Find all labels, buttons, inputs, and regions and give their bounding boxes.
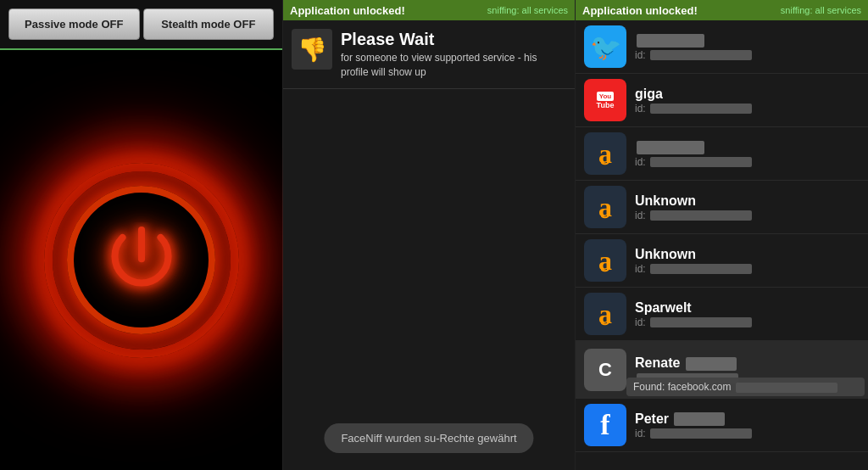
right-sniffing-label: sniffing: all services bbox=[781, 5, 861, 15]
service-info: Peter id: bbox=[635, 411, 860, 439]
right-unlocked-label: Application unlocked! bbox=[582, 4, 698, 17]
middle-panel-header: Application unlocked! sniffing: all serv… bbox=[283, 0, 575, 20]
list-item[interactable]: f Peter id: bbox=[576, 399, 868, 452]
wait-body: for someone to view supported service - … bbox=[341, 51, 566, 80]
list-item[interactable]: 🐦 id: bbox=[576, 20, 868, 74]
renate-icon: C bbox=[584, 349, 626, 391]
service-info: Renate Found: facebook.com bbox=[635, 355, 860, 383]
list-item[interactable]: You Tube giga id: bbox=[576, 74, 868, 127]
found-overlay: Found: facebook.com bbox=[635, 378, 860, 383]
list-item[interactable]: a ⌣ Unknown id: bbox=[576, 234, 868, 288]
left-panel: Passive mode OFF Stealth mode OFF bbox=[0, 0, 283, 470]
wait-title: Please Wait bbox=[341, 29, 566, 49]
facebook-icon: f bbox=[584, 404, 626, 446]
wait-text: Please Wait for someone to view supporte… bbox=[341, 29, 566, 80]
power-glow bbox=[40, 159, 243, 362]
amazon-icon: a ⌣ bbox=[584, 239, 626, 282]
right-panel-header: Application unlocked! sniffing: all serv… bbox=[576, 0, 868, 20]
amazon-icon: a ⌣ bbox=[584, 293, 626, 335]
twitter-icon: 🐦 bbox=[584, 25, 626, 68]
middle-unlocked-label: Application unlocked! bbox=[290, 4, 405, 17]
list-item[interactable]: a ⌣ id: bbox=[576, 127, 868, 181]
power-area bbox=[0, 50, 282, 470]
top-buttons: Passive mode OFF Stealth mode OFF bbox=[0, 0, 282, 50]
service-info: giga id: bbox=[635, 87, 860, 115]
youtube-icon: You Tube bbox=[584, 79, 626, 121]
service-list: 🐦 id: You Tube giga id: bbox=[576, 20, 868, 470]
toast-message: FaceNiff wurden su-Rechte gewährt bbox=[324, 423, 533, 453]
service-info: id: bbox=[635, 33, 860, 61]
service-info: id: bbox=[635, 140, 860, 168]
wait-section: 👎 Please Wait for someone to view suppor… bbox=[283, 20, 575, 89]
power-icon[interactable] bbox=[103, 222, 180, 299]
thumbs-down-icon: 👎 bbox=[292, 29, 332, 70]
right-panel: Application unlocked! sniffing: all serv… bbox=[576, 0, 868, 470]
amazon-icon: a ⌣ bbox=[584, 186, 626, 228]
stealth-mode-button[interactable]: Stealth mode OFF bbox=[143, 8, 275, 40]
list-item[interactable]: a ⌣ Unknown id: bbox=[576, 181, 868, 234]
list-item[interactable]: a ⌣ Sparwelt id: bbox=[576, 288, 868, 341]
middle-panel: Application unlocked! sniffing: all serv… bbox=[283, 0, 576, 470]
middle-content bbox=[283, 89, 575, 470]
service-info: Unknown id: bbox=[635, 247, 860, 275]
amazon-icon: a ⌣ bbox=[584, 132, 626, 175]
middle-sniffing-label: sniffing: all services bbox=[487, 5, 568, 15]
list-item[interactable]: C Renate Found: facebook.com bbox=[576, 341, 868, 399]
passive-mode-button[interactable]: Passive mode OFF bbox=[8, 8, 140, 40]
service-info: Sparwelt id: bbox=[635, 300, 860, 328]
service-info: Unknown id: bbox=[635, 193, 860, 221]
